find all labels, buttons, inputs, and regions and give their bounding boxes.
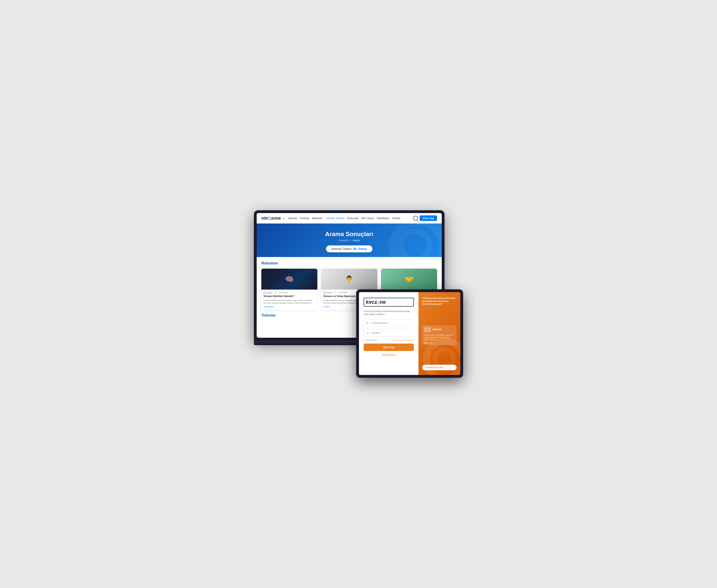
promo-video-section: Videolar Düzenli olarak güncellenen, ala… bbox=[422, 325, 457, 345]
email-field[interactable]: ✉ bbox=[364, 319, 414, 327]
tablet-screen: kvczne Türkiye'nin nöroloji uzmanlarına … bbox=[359, 292, 460, 375]
dot-3 bbox=[431, 343, 432, 343]
promo-quote: "Nörozone'da hemen yerinizi alın, ayrıca… bbox=[422, 297, 457, 306]
email-icon: ✉ bbox=[366, 321, 369, 325]
promo-video-desc: Düzenli olarak güncellenen, alanında uzm… bbox=[424, 334, 455, 341]
article-date-1: 12.05.2021 bbox=[279, 291, 288, 294]
tablet-body: kvczne Türkiye'nin nöroloji uzmanlarına … bbox=[356, 289, 463, 378]
article-card-1: Makale 🕐 12.05.2021 Demans Belirtileri N… bbox=[261, 269, 317, 310]
nav-urunler[interactable]: Ürünler bbox=[392, 217, 400, 219]
remember-me-checkbox[interactable] bbox=[364, 339, 366, 341]
kvczone-logo: kvczne bbox=[364, 298, 414, 307]
article-title-1: Demans Belirtileri Nelerdir? bbox=[261, 295, 317, 299]
article-type-1: Makale bbox=[264, 291, 273, 294]
article-image-3 bbox=[381, 269, 437, 290]
article-clock-icon-1: 🕐 bbox=[275, 291, 277, 294]
results-word: Sonuç bbox=[358, 247, 367, 251]
page-title: Arama Sonuçları bbox=[261, 231, 437, 238]
lock-icon: 🔒 bbox=[366, 331, 369, 334]
promo-register-button[interactable]: Ücretsiz Üye Olun bbox=[422, 365, 457, 370]
logo-dropdown-arrow[interactable]: ▾ bbox=[283, 217, 284, 220]
logo-o-orange bbox=[377, 301, 380, 304]
login-button[interactable]: Giriş Yap bbox=[364, 343, 414, 351]
hero-section: Arama Sonuçları Anasayfa » Arama Bulunan… bbox=[257, 224, 442, 257]
logo-o-icon bbox=[268, 217, 271, 220]
password-input[interactable] bbox=[371, 332, 411, 334]
article-image-2 bbox=[321, 269, 377, 290]
promo-video-title: Videolar bbox=[432, 328, 441, 331]
type-icon-2 bbox=[323, 291, 326, 294]
promo-dots bbox=[424, 343, 455, 343]
giris-yap-button[interactable]: Giriş Yap bbox=[420, 215, 437, 221]
nav-literatur[interactable]: Literatür Tarama bbox=[326, 217, 345, 219]
site-logo: nörzone ▾ bbox=[261, 216, 284, 221]
breadcrumb-current: Arama bbox=[353, 239, 360, 241]
results-count: (8) bbox=[353, 247, 357, 251]
nav-videolar[interactable]: Videolar bbox=[288, 217, 297, 219]
article-link-1[interactable]: Detaylı Bilgi → bbox=[261, 306, 317, 310]
nav-kilavuzlar[interactable]: Kılavuzlar bbox=[347, 217, 358, 219]
forgot-password-link[interactable]: Parolanızı mı Unuttunuz? bbox=[393, 339, 414, 341]
breadcrumb-home[interactable]: Anasayfa bbox=[339, 239, 348, 241]
article-meta-1: Makale 🕐 12.05.2021 bbox=[261, 290, 317, 295]
register-link[interactable]: Ücretsiz Üye Ol bbox=[364, 353, 414, 356]
remember-me-text: Beni Hatırla bbox=[367, 339, 377, 341]
nav-actions: Giriş Yap bbox=[413, 215, 437, 221]
password-field[interactable]: 🔒 bbox=[364, 329, 414, 337]
dot-2 bbox=[428, 343, 430, 343]
video-thumbnail bbox=[424, 327, 431, 332]
nav-podcast[interactable]: Podcast bbox=[300, 217, 309, 219]
article-clock-icon-2: 🕐 bbox=[334, 291, 336, 294]
login-subtitle: Türkiye'nin nöroloji uzmanlarına özel ge… bbox=[364, 310, 414, 316]
remember-me-label[interactable]: Beni Hatırla bbox=[364, 339, 377, 341]
logo-zone: one bbox=[274, 216, 281, 220]
dot-1 bbox=[424, 343, 427, 343]
article-date-2: 12.05.2021 bbox=[339, 291, 348, 294]
navbar: nörzone ▾ Videolar Podcast Makaleler Lit… bbox=[257, 213, 442, 224]
nav-fakulteden[interactable]: Fakülteden bbox=[377, 217, 389, 219]
form-options: Beni Hatırla Parolanızı mı Unuttunuz? bbox=[364, 339, 414, 341]
nav-epi-library[interactable]: EPI Library bbox=[361, 217, 374, 219]
main-scene: nörzone ▾ Videolar Podcast Makaleler Lit… bbox=[254, 210, 463, 378]
results-label: Bulunan Toplam bbox=[331, 247, 351, 251]
logo-zone-part: zne bbox=[374, 299, 386, 305]
search-icon[interactable] bbox=[413, 216, 418, 220]
nav-makaleler[interactable]: Makaleler bbox=[312, 217, 323, 219]
breadcrumb: Anasayfa » Arama bbox=[261, 239, 437, 241]
login-panel: kvczne Türkiye'nin nöroloji uzmanlarına … bbox=[359, 292, 418, 375]
promo-panel: "Nörozone'da hemen yerinizi alın, ayrıca… bbox=[418, 292, 460, 375]
email-input[interactable] bbox=[371, 322, 411, 324]
articles-section-title: Makaleler bbox=[261, 261, 437, 266]
article-excerpt-1: Postüral stabilite çevresel koşullara uy… bbox=[261, 299, 317, 306]
breadcrumb-separator: » bbox=[350, 239, 351, 241]
article-image-1 bbox=[261, 269, 317, 290]
main-nav: Videolar Podcast Makaleler Literatür Tar… bbox=[288, 217, 409, 219]
tablet-device: kvczne Türkiye'nin nöroloji uzmanlarına … bbox=[356, 289, 463, 378]
results-badge: Bulunan Toplam (8) Sonuç bbox=[326, 245, 372, 252]
type-icon-1 bbox=[264, 291, 266, 294]
promo-register-label: Ücretsiz Üye Olun bbox=[426, 366, 443, 369]
article-type-2: Makale bbox=[323, 291, 332, 294]
